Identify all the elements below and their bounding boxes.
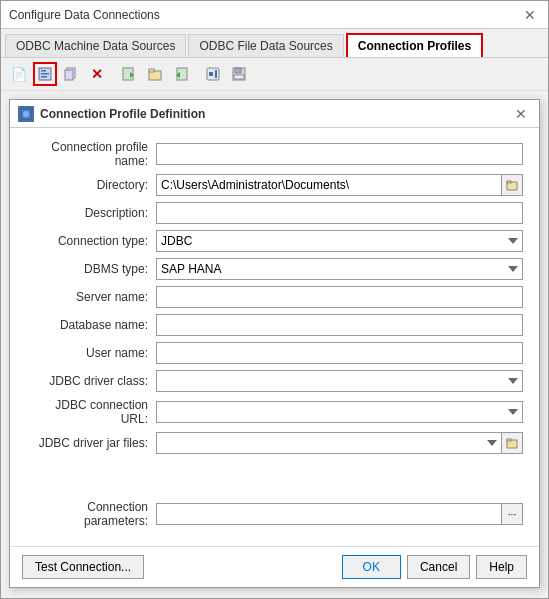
svg-rect-14 <box>215 70 217 78</box>
svg-point-19 <box>23 111 29 117</box>
directory-input[interactable] <box>156 174 501 196</box>
toolbar: 📄 ✕ <box>1 58 548 91</box>
dbms-type-row: DBMS type: SAP HANA MySQL Oracle SQL Ser… <box>26 258 523 280</box>
ok-button[interactable]: OK <box>342 555 401 579</box>
svg-rect-1 <box>41 70 46 72</box>
directory-input-group <box>156 174 523 196</box>
svg-rect-16 <box>235 68 241 73</box>
user-name-row: User name: <box>26 342 523 364</box>
database-name-row: Database name: <box>26 314 523 336</box>
profile-name-input[interactable] <box>156 143 523 165</box>
inner-close-button[interactable]: ✕ <box>511 104 531 124</box>
jdbc-driver-class-row: JDBC driver class: <box>26 370 523 392</box>
user-name-label: User name: <box>26 346 156 360</box>
jdbc-connection-url-select[interactable] <box>156 401 523 423</box>
tab-odbc-machine[interactable]: ODBC Machine Data Sources <box>5 34 186 57</box>
form-area: Connection profile name: Directory: <box>10 128 539 546</box>
server-name-label: Server name: <box>26 290 156 304</box>
description-row: Description: <box>26 202 523 224</box>
toolbar-save-button[interactable] <box>227 62 251 86</box>
main-content: Connection Profile Definition ✕ Connecti… <box>1 91 548 598</box>
connection-type-row: Connection type: JDBC ODBC <box>26 230 523 252</box>
profile-name-label: Connection profile name: <box>26 140 156 168</box>
directory-browse-button[interactable] <box>501 174 523 196</box>
server-name-row: Server name: <box>26 286 523 308</box>
jdbc-driver-jar-browse-button[interactable] <box>501 432 523 454</box>
svg-rect-23 <box>507 439 511 441</box>
button-bar: Test Connection... OK Cancel Help <box>10 546 539 587</box>
connection-params-browse-button[interactable]: ··· <box>501 503 523 525</box>
toolbar-delete-button[interactable]: ✕ <box>85 62 109 86</box>
toolbar-edit-button[interactable] <box>33 62 57 86</box>
toolbar-configure-button[interactable] <box>201 62 225 86</box>
toolbar-import-button[interactable] <box>117 62 141 86</box>
dbms-type-label: DBMS type: <box>26 262 156 276</box>
outer-title-bar: Configure Data Connections ✕ <box>1 1 548 29</box>
directory-row: Directory: <box>26 174 523 196</box>
jdbc-connection-url-label: JDBC connection URL: <box>26 398 156 426</box>
connection-params-input[interactable] <box>156 503 501 525</box>
outer-window-title: Configure Data Connections <box>9 8 160 22</box>
jdbc-driver-jar-row: JDBC driver jar files: <box>26 432 523 454</box>
directory-label: Directory: <box>26 178 156 192</box>
tab-odbc-file[interactable]: ODBC File Data Sources <box>188 34 343 57</box>
description-input[interactable] <box>156 202 523 224</box>
form-spacer <box>26 460 523 500</box>
jdbc-driver-class-select[interactable] <box>156 370 523 392</box>
toolbar-open-button[interactable] <box>143 62 167 86</box>
toolbar-copy-button[interactable] <box>59 62 83 86</box>
jdbc-driver-jar-label: JDBC driver jar files: <box>26 436 156 450</box>
toolbar-export-button[interactable] <box>169 62 193 86</box>
tab-connection-profiles[interactable]: Connection Profiles <box>346 33 483 57</box>
database-name-label: Database name: <box>26 318 156 332</box>
svg-rect-21 <box>507 181 511 183</box>
server-name-input[interactable] <box>156 286 523 308</box>
connection-params-row: Connection parameters: ··· <box>26 500 523 528</box>
svg-rect-3 <box>41 76 47 78</box>
jdbc-driver-jar-group <box>156 432 523 454</box>
test-connection-button[interactable]: Test Connection... <box>22 555 144 579</box>
dbms-type-select[interactable]: SAP HANA MySQL Oracle SQL Server <box>156 258 523 280</box>
user-name-input[interactable] <box>156 342 523 364</box>
svg-rect-2 <box>41 73 49 75</box>
svg-rect-9 <box>149 69 154 72</box>
connection-params-label: Connection parameters: <box>26 500 156 528</box>
connection-type-label: Connection type: <box>26 234 156 248</box>
svg-rect-13 <box>209 72 213 76</box>
inner-dialog-title: Connection Profile Definition <box>40 107 205 121</box>
jdbc-connection-url-row: JDBC connection URL: <box>26 398 523 426</box>
ok-cancel-help-group: OK Cancel Help <box>342 555 527 579</box>
svg-rect-17 <box>234 75 244 79</box>
connection-params-group: ··· <box>156 503 523 525</box>
description-label: Description: <box>26 206 156 220</box>
jdbc-driver-jar-select[interactable] <box>156 432 501 454</box>
tab-bar: ODBC Machine Data Sources ODBC File Data… <box>1 29 548 58</box>
help-button[interactable]: Help <box>476 555 527 579</box>
outer-window: Configure Data Connections ✕ ODBC Machin… <box>0 0 549 599</box>
inner-title-content: Connection Profile Definition <box>18 106 511 122</box>
inner-title-bar: Connection Profile Definition ✕ <box>10 100 539 128</box>
outer-close-button[interactable]: ✕ <box>520 5 540 25</box>
toolbar-new-button[interactable]: 📄 <box>7 62 31 86</box>
profile-name-row: Connection profile name: <box>26 140 523 168</box>
inner-dialog: Connection Profile Definition ✕ Connecti… <box>9 99 540 588</box>
database-name-input[interactable] <box>156 314 523 336</box>
cancel-button[interactable]: Cancel <box>407 555 470 579</box>
connection-type-select[interactable]: JDBC ODBC <box>156 230 523 252</box>
jdbc-driver-class-label: JDBC driver class: <box>26 374 156 388</box>
dialog-icon <box>18 106 34 122</box>
svg-rect-5 <box>65 70 73 80</box>
